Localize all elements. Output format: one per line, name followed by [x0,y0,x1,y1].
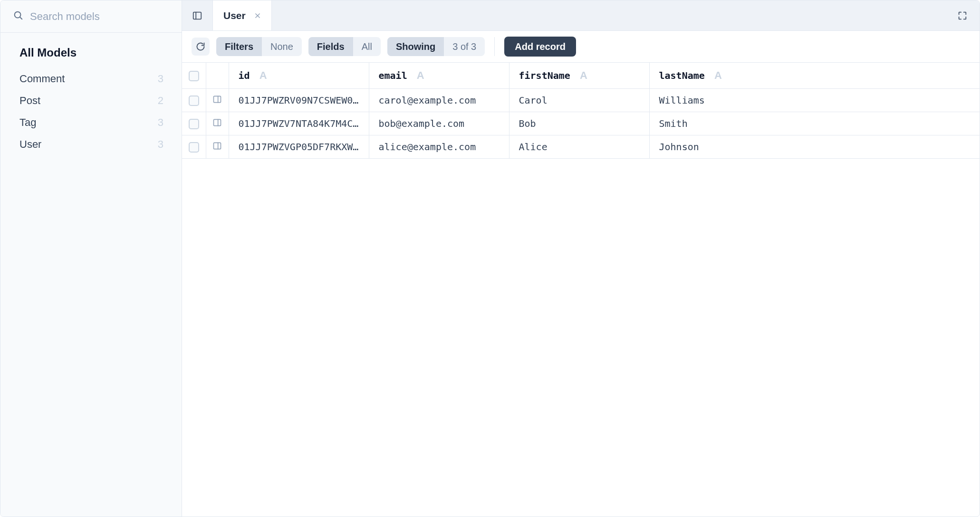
model-list: Comment 3 Post 2 Tag 3 User 3 [19,68,173,155]
fields-control[interactable]: Fields All [308,37,381,56]
filters-control[interactable]: Filters None [216,37,302,56]
search-icon [13,10,23,23]
toggle-sidebar-button[interactable] [189,7,206,24]
sidebar-item-label: Post [19,95,40,107]
cell-id: 01JJ7PWZRV09N7CSWEW0G… [229,89,369,112]
row-open-button[interactable] [212,95,222,104]
table-header-row: id A email A firstName A lastName [182,63,980,89]
sidebar-item-label: Comment [19,73,65,85]
select-all-checkbox[interactable] [189,71,199,81]
column-header-firstname[interactable]: firstName A [509,63,649,89]
column-header-email[interactable]: email A [369,63,509,89]
sidebar-item-user[interactable]: User 3 [19,134,173,155]
row-checkbox[interactable] [189,119,199,129]
cell-firstname: Carol [509,89,649,112]
table-row[interactable]: 01JJ7PWZVGP05DF7RKXWY… alice@example.com… [182,135,980,159]
tabbar-trailing [945,0,980,30]
column-label: lastName [659,70,705,81]
sidebar-item-post[interactable]: Post 2 [19,90,173,112]
open-column-header [206,63,229,89]
column-type-icon: A [714,69,722,81]
fields-label: Fields [308,37,353,56]
tabbar: User [182,0,980,31]
sidebar-item-count: 3 [158,138,165,151]
showing-control[interactable]: Showing 3 of 3 [387,37,485,56]
svg-rect-10 [214,143,221,149]
add-record-button[interactable]: Add record [504,37,576,57]
sidebar: All Models Comment 3 Post 2 Tag 3 User 3 [0,0,182,517]
column-label: firstName [519,70,570,81]
row-checkbox[interactable] [189,142,199,153]
column-header-lastname[interactable]: lastName A [649,63,980,89]
sidebar-item-count: 3 [158,116,165,129]
row-open-button[interactable] [212,118,222,127]
refresh-button[interactable] [192,38,210,56]
svg-rect-8 [214,119,221,125]
toolbar: Filters None Fields All Showing 3 of 3 A… [182,31,980,63]
row-open-button[interactable] [212,141,222,151]
filters-label: Filters [216,37,262,56]
cell-firstname: Bob [509,112,649,135]
sidebar-item-count: 2 [158,95,165,107]
records-table: id A email A firstName A lastName [182,63,980,159]
search-wrap [0,0,182,33]
fields-value: All [353,37,381,56]
showing-label: Showing [387,37,444,56]
fullscreen-button[interactable] [954,7,971,24]
tab-label: User [223,10,246,21]
column-type-icon: A [417,69,424,81]
cell-lastname: Johnson [649,135,980,159]
sidebar-item-count: 3 [158,73,165,85]
column-header-id[interactable]: id A [229,63,369,89]
select-all-header [182,63,206,89]
cell-email: alice@example.com [369,135,509,159]
column-type-icon: A [580,69,587,81]
main: User Filters None Fields Al [182,0,980,517]
filters-value: None [262,37,302,56]
tab-user[interactable]: User [213,0,272,30]
cell-email: carol@example.com [369,89,509,112]
column-label: email [379,70,407,81]
svg-rect-2 [193,12,202,19]
cell-id: 01JJ7PWZVGP05DF7RKXWY… [229,135,369,159]
showing-value: 3 of 3 [444,37,485,56]
toolbar-divider [494,37,495,56]
column-type-icon: A [259,69,267,81]
search-input[interactable] [30,10,169,23]
column-label: id [239,70,250,81]
sidebar-item-label: User [19,138,41,151]
cell-id: 01JJ7PWZV7NTA84K7M4CP… [229,112,369,135]
tab-close-button[interactable] [252,10,263,21]
cell-lastname: Smith [649,112,980,135]
sidebar-item-comment[interactable]: Comment 3 [19,68,173,90]
cell-email: bob@example.com [369,112,509,135]
table-row[interactable]: 01JJ7PWZRV09N7CSWEW0G… carol@example.com… [182,89,980,112]
table-row[interactable]: 01JJ7PWZV7NTA84K7M4CP… bob@example.com B… [182,112,980,135]
row-checkbox[interactable] [189,96,199,106]
svg-line-1 [20,17,22,19]
svg-rect-6 [214,96,221,102]
app-root: All Models Comment 3 Post 2 Tag 3 User 3 [0,0,980,517]
tabbar-leading [182,0,213,30]
table-wrap: id A email A firstName A lastName [182,63,980,517]
sidebar-item-label: Tag [19,116,36,129]
cell-lastname: Williams [649,89,980,112]
sidebar-item-tag[interactable]: Tag 3 [19,112,173,134]
cell-firstname: Alice [509,135,649,159]
sidebar-heading: All Models [19,46,173,59]
sidebar-content: All Models Comment 3 Post 2 Tag 3 User 3 [0,33,182,155]
